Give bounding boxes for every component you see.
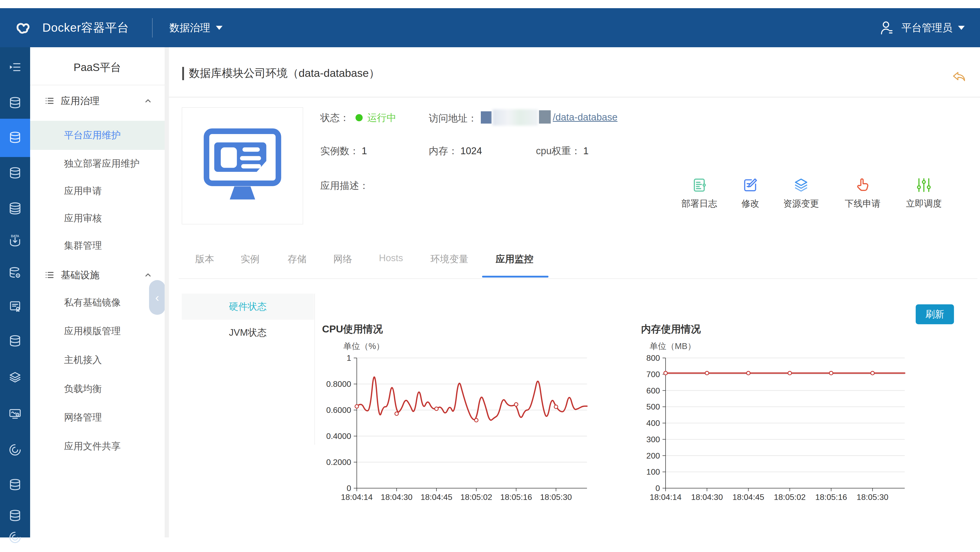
subnav-hardware-status[interactable]: 硬件状态 bbox=[182, 294, 314, 320]
svg-text:18:04:14: 18:04:14 bbox=[341, 493, 373, 502]
sidebar-scrollbar[interactable] bbox=[165, 47, 169, 538]
status-row: 状态： 运行中 bbox=[320, 111, 396, 124]
svg-text:0: 0 bbox=[655, 483, 660, 493]
database-icon-active[interactable] bbox=[8, 131, 22, 144]
brand-title: Docker容器平台 bbox=[42, 20, 129, 36]
action-label: 资源变更 bbox=[783, 198, 819, 210]
svg-text:800: 800 bbox=[646, 353, 660, 362]
user-dropdown[interactable]: 平台管理员 bbox=[879, 20, 965, 35]
svg-text:18:05:30: 18:05:30 bbox=[540, 493, 572, 502]
database-gear-icon[interactable] bbox=[8, 266, 22, 280]
swirl-icon[interactable] bbox=[8, 443, 22, 457]
tab-network[interactable]: 网络 bbox=[333, 253, 352, 266]
svg-text:100: 100 bbox=[646, 467, 660, 476]
svg-text:0.6000: 0.6000 bbox=[326, 405, 351, 415]
sidebar-item-load-balancing[interactable]: 负载均衡 bbox=[30, 376, 165, 402]
cpu-weight-value: 1 bbox=[583, 145, 589, 156]
database-icon[interactable] bbox=[8, 509, 22, 522]
offline-request-hand-icon bbox=[854, 177, 871, 193]
database-stack-icon[interactable] bbox=[8, 201, 22, 215]
navbar-divider bbox=[152, 18, 153, 38]
sidebar-item-app-file-sharing[interactable]: 应用文件共享 bbox=[30, 434, 165, 459]
offline-request-action[interactable]: 下线申请 bbox=[838, 177, 887, 210]
schedule-now-action[interactable]: 立即调度 bbox=[900, 177, 948, 210]
svg-text:18:05:02: 18:05:02 bbox=[774, 493, 806, 502]
user-name: 平台管理员 bbox=[901, 21, 953, 35]
cpu-chart-unit: 单位（%） bbox=[343, 341, 384, 352]
status-label: 状态： bbox=[320, 111, 349, 124]
app-root: Docker容器平台 数据治理 平台管理员 bbox=[0, 0, 980, 552]
svg-text:DATA: DATA bbox=[11, 235, 19, 238]
tabs-baseline bbox=[179, 278, 977, 279]
sidebar-item-platform-app-maintain[interactable]: 平台应用维护 bbox=[30, 121, 165, 150]
sidebar-collapse-handle[interactable]: ‹ bbox=[149, 280, 165, 315]
subnav-jvm-status[interactable]: JVM状态 bbox=[182, 320, 314, 346]
database-icon[interactable] bbox=[8, 96, 22, 110]
navbar-menu-data-governance[interactable]: 数据治理 bbox=[169, 21, 223, 35]
action-label: 修改 bbox=[741, 198, 759, 210]
memory-usage-chart: 800700600500400300200100018:04:1418:04:3… bbox=[625, 353, 916, 503]
sidebar-item-app-template-management[interactable]: 应用模版管理 bbox=[30, 318, 165, 344]
menu-toggle-icon[interactable] bbox=[8, 60, 22, 74]
swirl-icon[interactable] bbox=[8, 531, 22, 544]
tab-version[interactable]: 版本 bbox=[195, 253, 214, 266]
svg-text:18:04:30: 18:04:30 bbox=[691, 493, 723, 502]
tab-app-monitoring[interactable]: 应用监控 bbox=[496, 253, 533, 266]
svg-text:18:05:16: 18:05:16 bbox=[815, 493, 847, 502]
list-icon bbox=[45, 96, 55, 106]
sidebar-title: PaaS平台 bbox=[30, 59, 165, 76]
refresh-button[interactable]: 刷新 bbox=[916, 304, 954, 324]
sidebar-item-network-management[interactable]: 网络管理 bbox=[30, 405, 165, 430]
sidebar-item-host-access[interactable]: 主机接入 bbox=[30, 347, 165, 373]
user-icon bbox=[879, 20, 894, 35]
return-icon[interactable] bbox=[950, 67, 968, 85]
svg-text:1: 1 bbox=[347, 353, 351, 362]
sliders-icon bbox=[915, 177, 932, 193]
monitor-gear-icon[interactable] bbox=[8, 407, 22, 421]
chevron-up-icon bbox=[144, 97, 152, 105]
memory-value: 1024 bbox=[460, 145, 482, 156]
layers-icon[interactable] bbox=[8, 370, 22, 384]
tab-instance[interactable]: 实例 bbox=[241, 253, 259, 266]
database-icon[interactable] bbox=[8, 478, 22, 491]
svg-text:18:05:16: 18:05:16 bbox=[500, 493, 532, 502]
action-label: 下线申请 bbox=[845, 198, 880, 210]
app-icon-card bbox=[182, 107, 303, 225]
svg-text:700: 700 bbox=[646, 370, 660, 379]
instances-value: 1 bbox=[362, 145, 367, 156]
app-url-link[interactable]: /data-database bbox=[553, 112, 617, 123]
svg-text:18:04:45: 18:04:45 bbox=[421, 493, 452, 502]
memory-chart-title: 内存使用情况 bbox=[641, 322, 701, 336]
database-icon[interactable] bbox=[8, 166, 22, 180]
sidebar-item-cluster-management[interactable]: 集群管理 bbox=[30, 233, 165, 258]
sidebar-item-private-base-image[interactable]: 私有基础镜像 bbox=[30, 290, 165, 315]
sidebar-section-label: 应用治理 bbox=[61, 94, 100, 107]
deploy-log-action[interactable]: 部署日志 bbox=[675, 177, 724, 210]
sidebar-item-app-review[interactable]: 应用审核 bbox=[30, 206, 165, 231]
sidebar-section-infrastructure[interactable]: 基础设施 bbox=[30, 264, 165, 286]
database-icon[interactable] bbox=[8, 334, 22, 348]
svg-text:300: 300 bbox=[646, 435, 660, 444]
cpu-weight-row: cpu权重： 1 bbox=[536, 145, 589, 157]
svg-text:0: 0 bbox=[347, 483, 351, 493]
instances-label: 实例数： bbox=[320, 145, 359, 158]
sidebar-section-app-governance[interactable]: 应用治理 bbox=[30, 90, 165, 112]
tab-storage[interactable]: 存储 bbox=[288, 253, 307, 266]
svg-text:18:04:45: 18:04:45 bbox=[732, 493, 764, 502]
navbar-menu-label: 数据治理 bbox=[169, 21, 210, 35]
status-value: 运行中 bbox=[367, 111, 396, 124]
svg-text:18:05:30: 18:05:30 bbox=[857, 493, 889, 502]
tab-env-vars[interactable]: 环境变量 bbox=[431, 253, 468, 266]
tab-hosts[interactable]: Hosts bbox=[379, 253, 403, 263]
description-label: 应用描述： bbox=[320, 179, 369, 192]
certificate-icon[interactable] bbox=[8, 300, 22, 313]
resource-change-action[interactable]: 资源变更 bbox=[777, 177, 825, 210]
svg-text:600: 600 bbox=[646, 386, 660, 395]
data-anchor-icon[interactable]: DATA bbox=[8, 235, 22, 248]
active-tab-underline bbox=[482, 276, 549, 278]
sidebar-item-standalone-app-maintain[interactable]: 独立部署应用维护 bbox=[30, 151, 165, 176]
page-title: 数据库模块公司环境（data-database） bbox=[189, 66, 380, 81]
redacted-url-segment bbox=[493, 109, 538, 126]
sidebar-item-app-apply[interactable]: 应用申请 bbox=[30, 178, 165, 204]
edit-action[interactable]: 修改 bbox=[726, 177, 775, 210]
